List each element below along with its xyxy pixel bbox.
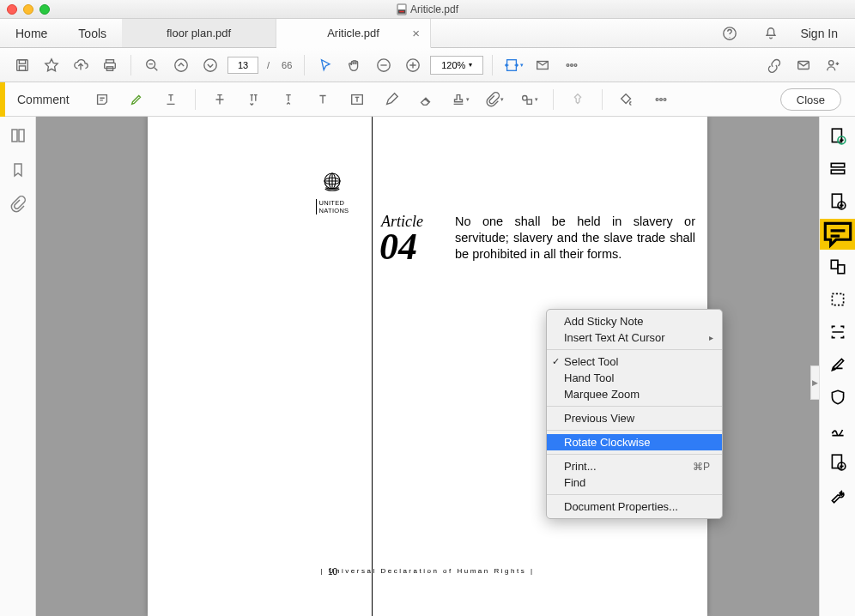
star-icon[interactable] — [39, 53, 64, 77]
tools-button[interactable]: Tools — [63, 19, 122, 47]
text-insert-icon[interactable] — [273, 88, 304, 112]
menu-item[interactable]: Find — [547, 474, 722, 491]
close-comment-button[interactable]: Close — [780, 88, 841, 111]
vertical-rule — [372, 117, 373, 616]
text-replace-icon[interactable] — [239, 88, 270, 112]
email-icon[interactable] — [791, 53, 816, 77]
menu-separator — [547, 494, 722, 495]
menu-item[interactable]: Document Properties... — [547, 498, 722, 515]
svg-rect-28 — [19, 130, 24, 142]
article-number: 04 — [379, 225, 417, 269]
file-tab-article[interactable]: Ariticle.pdf× — [276, 19, 431, 48]
text-strikethrough-icon[interactable] — [204, 88, 235, 112]
bookmark-ribbon-icon[interactable] — [9, 161, 27, 178]
paint-bucket-icon[interactable] — [611, 88, 642, 112]
crop-icon[interactable] — [828, 290, 847, 309]
export-pdf-icon[interactable] — [828, 192, 847, 211]
svg-point-24 — [656, 98, 658, 100]
svg-point-17 — [571, 63, 573, 66]
svg-rect-35 — [831, 170, 844, 173]
un-logo: UNITEDNATIONS — [302, 168, 362, 216]
zoom-in-icon[interactable] — [401, 53, 425, 77]
page-number-input[interactable] — [227, 57, 258, 74]
page-up-icon[interactable] — [169, 53, 193, 77]
menu-separator — [547, 430, 722, 431]
menu-item[interactable]: Rotate Clockwise — [547, 434, 722, 450]
redact-icon[interactable] — [828, 355, 847, 374]
svg-rect-1 — [398, 10, 404, 13]
page-display-icon[interactable] — [531, 53, 555, 77]
more-tools-icon[interactable] — [560, 53, 584, 77]
organize-pages-icon[interactable] — [828, 257, 847, 276]
print-icon[interactable] — [98, 53, 122, 77]
menu-item[interactable]: Insert Text At Cursor▸ — [547, 329, 722, 346]
close-tab-icon[interactable]: × — [412, 26, 420, 40]
page-footer: | Universal Declaration of Human Rights … — [148, 567, 707, 575]
text-underline-icon[interactable] — [155, 88, 186, 112]
scan-ocr-icon[interactable] — [828, 323, 847, 341]
collapse-right-icon[interactable]: ▶ — [810, 365, 819, 400]
right-tools-pane — [819, 117, 855, 616]
eraser-icon[interactable] — [410, 88, 441, 112]
menu-item[interactable]: Previous View — [547, 410, 722, 426]
page-separator: / — [267, 60, 270, 70]
pin-icon[interactable] — [562, 88, 593, 112]
edit-pdf-icon[interactable] — [828, 160, 847, 178]
fit-width-icon[interactable]: ▾ — [501, 53, 525, 77]
menu-item[interactable]: Marquee Zoom — [547, 386, 722, 402]
help-icon[interactable] — [718, 21, 742, 45]
comment-toolbar: Comment ▾ ▾ ▾ Close — [0, 82, 855, 117]
protect-shield-icon[interactable] — [828, 388, 847, 407]
file-tab-floorplan[interactable]: floor plan.pdf — [122, 19, 276, 47]
link-icon[interactable] — [762, 53, 786, 77]
pdf-file-icon — [397, 3, 407, 15]
svg-rect-7 — [105, 63, 116, 68]
create-pdf-icon[interactable] — [828, 127, 847, 146]
thumbnails-icon[interactable] — [9, 127, 27, 144]
sign-icon[interactable] — [828, 420, 847, 439]
menu-item[interactable]: ✓Select Tool — [547, 353, 722, 370]
menu-item[interactable]: Print...⌘P — [547, 458, 722, 474]
compress-icon[interactable] — [828, 453, 847, 472]
home-button[interactable]: Home — [0, 19, 63, 47]
svg-rect-5 — [19, 65, 25, 69]
pencil-icon[interactable] — [376, 88, 407, 112]
menu-separator — [547, 349, 722, 350]
attach-file-icon[interactable]: ▾ — [479, 88, 510, 112]
titlebar: Ariticle.pdf — [0, 0, 855, 19]
menu-item[interactable]: Hand Tool — [547, 370, 722, 386]
bell-icon[interactable] — [759, 21, 783, 45]
comment-label: Comment — [9, 93, 83, 106]
main-toolbar: / 66 120%▾ ▾ — [0, 48, 855, 82]
zoom-out-icon[interactable] — [372, 53, 396, 77]
svg-point-22 — [522, 95, 526, 100]
shapes-icon[interactable]: ▾ — [513, 88, 544, 112]
cursor-select-icon[interactable] — [313, 53, 337, 77]
upload-cloud-icon[interactable] — [69, 53, 93, 77]
user-add-icon[interactable] — [821, 53, 845, 77]
svg-rect-27 — [12, 130, 17, 142]
zoom-out-find-icon[interactable] — [140, 53, 164, 77]
more-comment-icon[interactable] — [646, 88, 676, 112]
highlight-pen-icon[interactable] — [121, 88, 152, 112]
comment-tool-icon[interactable] — [820, 219, 856, 250]
svg-point-20 — [829, 60, 834, 64]
stamp-icon[interactable]: ▾ — [445, 88, 476, 112]
svg-rect-19 — [798, 61, 810, 69]
wrench-icon[interactable] — [828, 486, 847, 504]
article-text: No one shall be held in slavery or servi… — [455, 214, 695, 263]
page-down-icon[interactable] — [198, 53, 222, 77]
signin-button[interactable]: Sign In — [800, 27, 838, 40]
svg-rect-39 — [838, 265, 845, 274]
text-box-icon[interactable] — [342, 88, 373, 112]
hand-tool-icon[interactable] — [343, 53, 367, 77]
save-icon[interactable] — [10, 53, 34, 77]
page-total: 66 — [282, 60, 292, 70]
menu-item[interactable]: Add Sticky Note — [547, 313, 722, 329]
zoom-select[interactable]: 120%▾ — [430, 56, 483, 75]
svg-rect-23 — [527, 100, 531, 104]
svg-point-16 — [567, 63, 569, 66]
sticky-note-icon[interactable] — [87, 88, 118, 112]
attachments-clip-icon[interactable] — [9, 196, 27, 213]
add-text-icon[interactable] — [307, 88, 338, 112]
